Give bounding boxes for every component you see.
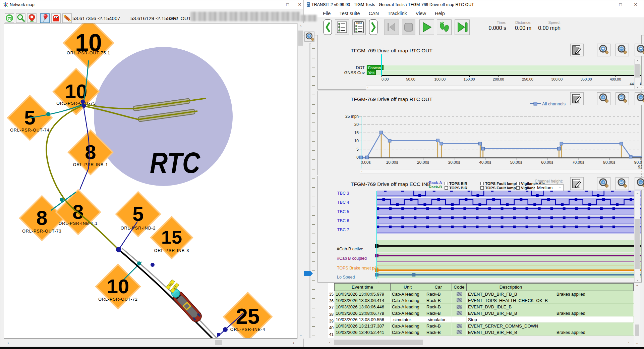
chart-zoom-icon[interactable]: + [304, 32, 314, 42]
checkbox-tops-fault-lamp[interactable]: TOPS Fault lamp [480, 181, 516, 185]
zoom-in-icon[interactable]: + [597, 177, 610, 190]
pushpin-icon[interactable] [40, 13, 50, 23]
speed-stat: Speed: 0.00 mph [523, 20, 561, 31]
menu-help[interactable]: Help [435, 11, 445, 16]
x-tick-label: 80.00s [603, 160, 615, 165]
next-test-button[interactable] [369, 19, 377, 35]
zoom-all-icon[interactable]: All [616, 177, 629, 190]
checkbox-tops-bir[interactable]: TOPS BIR [445, 185, 467, 189]
svg-text:TEST: TEST [356, 22, 362, 24]
slider-tick [312, 48, 315, 49]
table-row[interactable]: 10/03/2026 13:08:05.979Cab-A leadingRack… [335, 291, 634, 297]
zoom-slider-track[interactable] [309, 43, 311, 338]
table-row[interactable]: 10/03/2026 13:08:06.778Cab-A leadingRack… [335, 310, 634, 316]
speed-diamond[interactable]: 10ORL-PSR-OUT-72 [96, 264, 140, 309]
column-header[interactable]: Event time [335, 284, 391, 291]
channel-height-dropdown[interactable]: Medium⌄ [535, 184, 564, 191]
stop-button[interactable] [402, 19, 415, 35]
column-header[interactable]: Description [467, 284, 555, 291]
location-pin-icon[interactable] [27, 13, 37, 23]
scroll-left-icon[interactable]: ‹ [6, 340, 10, 345]
event-code-icon [457, 298, 462, 302]
table-row[interactable]: 10/03/2026 13:08:06.446Cab-A leadingRack… [335, 304, 634, 310]
panel-hscrollbar[interactable]: ‹› [360, 169, 644, 173]
minimize-icon[interactable]: – [270, 0, 281, 9]
scroll-down-icon[interactable]: ⌄ [298, 333, 303, 337]
diamond-id-label: ORL-PSR-INB-1 [73, 162, 108, 167]
rack-b-label: Rack-B [429, 185, 442, 189]
maximize-icon[interactable]: □ [615, 0, 626, 9]
play-to-end-button[interactable] [455, 19, 470, 35]
x-tick-label: 300.00 [547, 77, 567, 81]
maximize-icon[interactable]: □ [282, 0, 293, 9]
menu-file[interactable]: File [323, 11, 331, 16]
satellite-icon[interactable] [62, 13, 72, 23]
redacted-text [190, 12, 300, 21]
map-hscrollbar[interactable]: ‹ › [4, 339, 297, 346]
prev-test-button[interactable] [324, 19, 332, 35]
state-band [366, 65, 641, 70]
map-vscrollbar[interactable]: ⌃ ⌄ [297, 23, 303, 339]
column-header[interactable]: Code [452, 284, 467, 291]
speed-diamond[interactable]: 8ORL-PSR-OUT-73 [20, 196, 64, 240]
zoom-in-icon[interactable]: + [597, 44, 610, 56]
speed-diamond[interactable]: 25ORL-PSR-INB-4 [224, 293, 272, 338]
x-tick-label: 60.00s [541, 160, 553, 165]
speed-diamond[interactable]: 5ORL-PSR-OUT-74 [8, 96, 52, 140]
x-tick-label: 100.00 [430, 77, 450, 81]
zoom-icon[interactable] [16, 13, 25, 23]
scroll-up-icon: ⌃ [635, 192, 640, 197]
menu-tracklink[interactable]: Tracklink [388, 11, 407, 16]
panel-vscrollbar[interactable]: ⌃ ⌄ [634, 191, 640, 282]
slider-tick [312, 132, 315, 132]
zoom-out-icon[interactable]: − [635, 177, 644, 190]
x-end-label: 92.50 [638, 165, 642, 169]
column-header[interactable] [555, 284, 634, 291]
data-point-marker [560, 142, 563, 145]
data-point-marker [436, 139, 439, 142]
notes-icon[interactable] [570, 44, 584, 56]
table-row[interactable]: 10/03/2026 13:40:52.441Cab-A leadingRack… [335, 329, 634, 336]
step-button[interactable] [437, 19, 452, 35]
speed-line [361, 133, 642, 157]
play-button[interactable] [419, 19, 434, 35]
scroll-right-icon[interactable]: › [291, 340, 296, 345]
notes-icon[interactable] [570, 177, 584, 190]
test-list-button[interactable]: TEST [352, 19, 366, 35]
speed-diamond[interactable]: 15ORL-PSR-INB-3 [151, 217, 192, 258]
menu-test-suite[interactable]: Test suite [339, 11, 360, 16]
test-tree-button[interactable] [335, 19, 349, 35]
map-canvas[interactable]: RTC10ORL-PSR-OUT-75.110ORL-PSR-OUT-755OR… [4, 23, 297, 339]
ghost-icon[interactable] [51, 13, 61, 23]
x-tick-label: 20.00s [417, 160, 429, 165]
skip-back-button[interactable] [384, 19, 399, 35]
table-row[interactable]: 10/03/2026 13:08:09.556-simulator--simul… [335, 316, 634, 323]
column-header[interactable]: Car [425, 284, 452, 291]
panel-title: TFGM-769 Drive off map ECC INB [351, 181, 430, 187]
menu-can[interactable]: CAN [369, 11, 379, 16]
zoom-out-icon[interactable]: − [635, 44, 644, 56]
checkbox-tops-bir[interactable]: TOPS BIR [445, 181, 467, 185]
slider-tick [312, 95, 315, 95]
svg-text:+: + [308, 34, 310, 38]
vehicle-icon[interactable] [5, 13, 14, 23]
checkbox-tops-fault-lamp[interactable]: TOPS Fault lamp [480, 185, 516, 189]
panel-hscrollbar[interactable]: ‹› [366, 85, 644, 90]
slider-tick [312, 150, 315, 151]
diamond-id-label: ORL-PSR-INB-2 [121, 226, 156, 231]
close-icon[interactable]: ✕ [630, 0, 641, 9]
panel-vscrollbar[interactable]: ⌃ ⌄ [634, 59, 640, 89]
zoom-slider-thumb[interactable] [304, 271, 313, 276]
zoom-all-icon[interactable]: All [616, 44, 629, 56]
slider-tick [312, 122, 315, 123]
scroll-up-icon[interactable]: ⌃ [298, 24, 303, 29]
minimize-icon[interactable]: – [600, 0, 611, 9]
column-header[interactable]: Unit [391, 284, 425, 291]
speed-diamond[interactable]: 5ORL-PSR-INB-2 [116, 192, 160, 236]
table-row[interactable]: 10/03/2026 13:21:37.387Cab-A leadingRack… [335, 323, 634, 329]
menu-view[interactable]: View [416, 11, 426, 16]
panel-vscrollbar[interactable]: ⌃ ⌄ [634, 283, 640, 346]
channel-height-label: Channel height: [535, 179, 563, 184]
table-row[interactable]: 10/03/2026 13:08:06.414Cab-A leadingRack… [335, 297, 634, 304]
table-hscrollbar[interactable]: ‹› [328, 339, 634, 346]
